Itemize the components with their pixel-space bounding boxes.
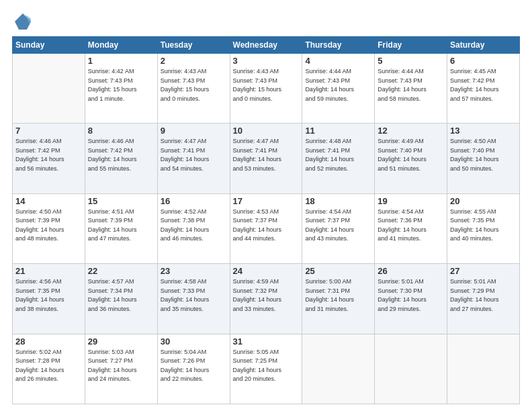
calendar-cell: 16Sunrise: 4:52 AM Sunset: 7:38 PM Dayli… bbox=[157, 193, 230, 263]
calendar-cell bbox=[375, 334, 447, 404]
day-number: 15 bbox=[88, 196, 154, 206]
day-number: 28 bbox=[15, 336, 82, 347]
day-number: 21 bbox=[15, 266, 82, 276]
calendar-header-saturday: Saturday bbox=[447, 37, 520, 54]
calendar-cell: 4Sunrise: 4:44 AM Sunset: 7:43 PM Daylig… bbox=[302, 54, 375, 124]
day-info: Sunrise: 4:42 AM Sunset: 7:43 PM Dayligh… bbox=[88, 67, 154, 103]
day-info: Sunrise: 4:57 AM Sunset: 7:34 PM Dayligh… bbox=[88, 277, 154, 314]
day-number: 10 bbox=[233, 126, 300, 136]
calendar-week-row-4: 21Sunrise: 4:56 AM Sunset: 7:35 PM Dayli… bbox=[13, 264, 520, 334]
day-info: Sunrise: 4:47 AM Sunset: 7:41 PM Dayligh… bbox=[233, 137, 300, 173]
day-number: 27 bbox=[450, 266, 517, 276]
day-info: Sunrise: 4:47 AM Sunset: 7:41 PM Dayligh… bbox=[161, 137, 227, 173]
day-number: 23 bbox=[161, 266, 227, 276]
day-number: 1 bbox=[88, 56, 154, 66]
day-info: Sunrise: 4:50 AM Sunset: 7:39 PM Dayligh… bbox=[15, 208, 82, 244]
day-number: 3 bbox=[233, 56, 300, 66]
day-number: 7 bbox=[15, 126, 82, 136]
day-info: Sunrise: 5:02 AM Sunset: 7:28 PM Dayligh… bbox=[15, 348, 82, 384]
day-info: Sunrise: 4:56 AM Sunset: 7:35 PM Dayligh… bbox=[15, 277, 82, 314]
day-info: Sunrise: 4:58 AM Sunset: 7:33 PM Dayligh… bbox=[161, 277, 227, 314]
day-number: 11 bbox=[305, 126, 371, 136]
day-number: 25 bbox=[305, 266, 371, 276]
calendar-cell: 18Sunrise: 4:54 AM Sunset: 7:37 PM Dayli… bbox=[302, 193, 375, 263]
calendar-header-monday: Monday bbox=[85, 37, 157, 54]
day-info: Sunrise: 4:44 AM Sunset: 7:43 PM Dayligh… bbox=[378, 67, 444, 103]
calendar-cell bbox=[447, 334, 520, 404]
calendar-cell: 9Sunrise: 4:47 AM Sunset: 7:41 PM Daylig… bbox=[157, 124, 230, 193]
day-info: Sunrise: 5:01 AM Sunset: 7:29 PM Dayligh… bbox=[450, 277, 517, 314]
day-info: Sunrise: 5:00 AM Sunset: 7:31 PM Dayligh… bbox=[305, 277, 371, 314]
day-info: Sunrise: 5:05 AM Sunset: 7:25 PM Dayligh… bbox=[233, 348, 300, 384]
day-number: 20 bbox=[450, 196, 517, 206]
calendar-cell: 12Sunrise: 4:49 AM Sunset: 7:40 PM Dayli… bbox=[375, 124, 447, 193]
day-number: 2 bbox=[161, 56, 227, 66]
day-info: Sunrise: 4:43 AM Sunset: 7:43 PM Dayligh… bbox=[161, 67, 227, 103]
calendar-header-tuesday: Tuesday bbox=[157, 37, 230, 54]
day-info: Sunrise: 4:52 AM Sunset: 7:38 PM Dayligh… bbox=[161, 208, 227, 244]
calendar-week-row-3: 14Sunrise: 4:50 AM Sunset: 7:39 PM Dayli… bbox=[13, 193, 520, 263]
day-info: Sunrise: 5:03 AM Sunset: 7:27 PM Dayligh… bbox=[88, 348, 154, 384]
calendar-cell: 27Sunrise: 5:01 AM Sunset: 7:29 PM Dayli… bbox=[447, 264, 520, 334]
calendar-week-row-2: 7Sunrise: 4:46 AM Sunset: 7:42 PM Daylig… bbox=[13, 124, 520, 193]
page: SundayMondayTuesdayWednesdayThursdayFrid… bbox=[0, 0, 532, 411]
day-info: Sunrise: 4:46 AM Sunset: 7:42 PM Dayligh… bbox=[15, 137, 82, 173]
calendar-cell: 1Sunrise: 4:42 AM Sunset: 7:43 PM Daylig… bbox=[85, 54, 157, 124]
calendar-header-thursday: Thursday bbox=[302, 37, 375, 54]
calendar-cell: 5Sunrise: 4:44 AM Sunset: 7:43 PM Daylig… bbox=[375, 54, 447, 124]
calendar-cell: 13Sunrise: 4:50 AM Sunset: 7:40 PM Dayli… bbox=[447, 124, 520, 193]
calendar-cell: 29Sunrise: 5:03 AM Sunset: 7:27 PM Dayli… bbox=[85, 334, 157, 404]
calendar-cell: 28Sunrise: 5:02 AM Sunset: 7:28 PM Dayli… bbox=[13, 334, 85, 404]
day-number: 14 bbox=[15, 196, 82, 206]
day-info: Sunrise: 4:54 AM Sunset: 7:36 PM Dayligh… bbox=[378, 208, 444, 244]
calendar-cell: 30Sunrise: 5:04 AM Sunset: 7:26 PM Dayli… bbox=[157, 334, 230, 404]
day-info: Sunrise: 4:59 AM Sunset: 7:32 PM Dayligh… bbox=[233, 277, 300, 314]
calendar-cell: 15Sunrise: 4:51 AM Sunset: 7:39 PM Dayli… bbox=[85, 193, 157, 263]
calendar-cell: 8Sunrise: 4:46 AM Sunset: 7:42 PM Daylig… bbox=[85, 124, 157, 193]
day-info: Sunrise: 4:48 AM Sunset: 7:41 PM Dayligh… bbox=[305, 137, 371, 173]
day-info: Sunrise: 4:53 AM Sunset: 7:37 PM Dayligh… bbox=[233, 208, 300, 244]
day-number: 30 bbox=[161, 336, 227, 347]
calendar-cell: 19Sunrise: 4:54 AM Sunset: 7:36 PM Dayli… bbox=[375, 193, 447, 263]
calendar-week-row-5: 28Sunrise: 5:02 AM Sunset: 7:28 PM Dayli… bbox=[13, 334, 520, 404]
day-number: 8 bbox=[88, 126, 154, 136]
logo-icon bbox=[13, 12, 32, 31]
day-number: 24 bbox=[233, 266, 300, 276]
day-info: Sunrise: 4:43 AM Sunset: 7:43 PM Dayligh… bbox=[233, 67, 300, 103]
calendar-cell: 17Sunrise: 4:53 AM Sunset: 7:37 PM Dayli… bbox=[230, 193, 302, 263]
day-info: Sunrise: 4:44 AM Sunset: 7:43 PM Dayligh… bbox=[305, 67, 371, 103]
calendar-table: SundayMondayTuesdayWednesdayThursdayFrid… bbox=[12, 36, 520, 404]
calendar-cell: 14Sunrise: 4:50 AM Sunset: 7:39 PM Dayli… bbox=[13, 193, 85, 263]
day-info: Sunrise: 4:55 AM Sunset: 7:35 PM Dayligh… bbox=[450, 208, 517, 244]
calendar-cell: 21Sunrise: 4:56 AM Sunset: 7:35 PM Dayli… bbox=[13, 264, 85, 334]
calendar-week-row-1: 1Sunrise: 4:42 AM Sunset: 7:43 PM Daylig… bbox=[13, 54, 520, 124]
calendar-header-wednesday: Wednesday bbox=[230, 37, 302, 54]
calendar-cell: 11Sunrise: 4:48 AM Sunset: 7:41 PM Dayli… bbox=[302, 124, 375, 193]
calendar-cell: 20Sunrise: 4:55 AM Sunset: 7:35 PM Dayli… bbox=[447, 193, 520, 263]
day-info: Sunrise: 4:54 AM Sunset: 7:37 PM Dayligh… bbox=[305, 208, 371, 244]
day-info: Sunrise: 4:46 AM Sunset: 7:42 PM Dayligh… bbox=[88, 137, 154, 173]
calendar-cell bbox=[302, 334, 375, 404]
calendar-cell: 3Sunrise: 4:43 AM Sunset: 7:43 PM Daylig… bbox=[230, 54, 302, 124]
calendar-cell: 2Sunrise: 4:43 AM Sunset: 7:43 PM Daylig… bbox=[157, 54, 230, 124]
calendar-cell: 10Sunrise: 4:47 AM Sunset: 7:41 PM Dayli… bbox=[230, 124, 302, 193]
calendar-cell: 24Sunrise: 4:59 AM Sunset: 7:32 PM Dayli… bbox=[230, 264, 302, 334]
day-info: Sunrise: 4:49 AM Sunset: 7:40 PM Dayligh… bbox=[378, 137, 444, 173]
day-number: 29 bbox=[88, 336, 154, 347]
day-info: Sunrise: 4:45 AM Sunset: 7:42 PM Dayligh… bbox=[450, 67, 517, 103]
day-info: Sunrise: 4:51 AM Sunset: 7:39 PM Dayligh… bbox=[88, 208, 154, 244]
day-number: 26 bbox=[378, 266, 444, 276]
header bbox=[12, 12, 520, 31]
day-number: 19 bbox=[378, 196, 444, 206]
day-info: Sunrise: 4:50 AM Sunset: 7:40 PM Dayligh… bbox=[450, 137, 517, 173]
day-number: 5 bbox=[378, 56, 444, 66]
calendar-cell: 26Sunrise: 5:01 AM Sunset: 7:30 PM Dayli… bbox=[375, 264, 447, 334]
calendar-header-sunday: Sunday bbox=[13, 37, 85, 54]
calendar-header-row: SundayMondayTuesdayWednesdayThursdayFrid… bbox=[13, 37, 520, 54]
day-number: 31 bbox=[233, 336, 300, 347]
day-number: 16 bbox=[161, 196, 227, 206]
day-number: 17 bbox=[233, 196, 300, 206]
calendar-cell: 25Sunrise: 5:00 AM Sunset: 7:31 PM Dayli… bbox=[302, 264, 375, 334]
calendar-cell: 7Sunrise: 4:46 AM Sunset: 7:42 PM Daylig… bbox=[13, 124, 85, 193]
day-number: 13 bbox=[450, 126, 517, 136]
